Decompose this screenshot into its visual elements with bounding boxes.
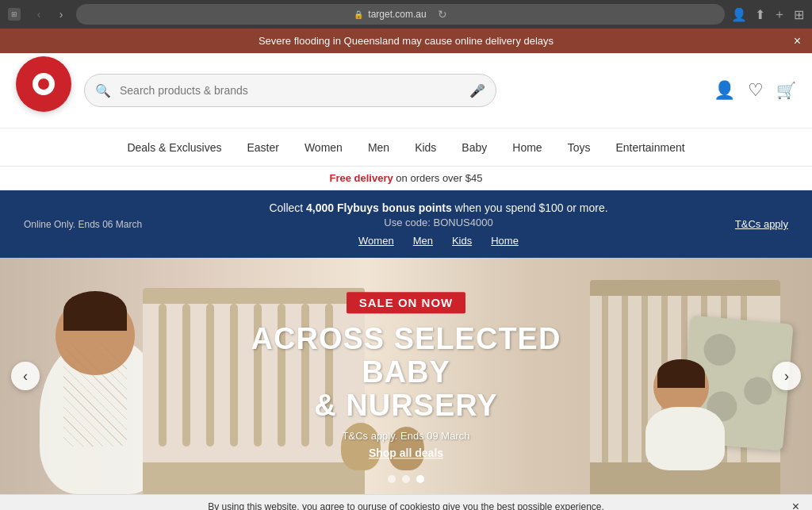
carousel-dot-1[interactable] <box>388 475 396 483</box>
flybuys-link-kids[interactable]: Kids <box>452 235 472 247</box>
baby-onesie-pattern <box>63 343 127 447</box>
nav-item-kids[interactable]: Kids <box>415 130 436 165</box>
flybuys-link-women[interactable]: Women <box>358 235 394 247</box>
hero-subtitle: T&Cs apply. Ends 09 March <box>203 431 609 443</box>
lock-icon: 🔒 <box>354 10 363 19</box>
logo[interactable] <box>16 56 71 112</box>
grid-icon[interactable]: ⊞ <box>794 7 804 22</box>
cart-icon[interactable]: 🛒 <box>776 81 796 100</box>
baby2-body <box>645 407 725 470</box>
nav-item-toys[interactable]: Toys <box>568 130 591 165</box>
reload-icon[interactable]: ↻ <box>438 8 447 21</box>
back-button[interactable]: ‹ <box>30 6 48 23</box>
carousel-dot-3[interactable] <box>416 475 424 483</box>
nav-item-women[interactable]: Women <box>304 130 343 165</box>
nav-item-men[interactable]: Men <box>368 130 389 165</box>
search-icon: 🔍 <box>95 83 111 98</box>
flybuys-date: Online Only. Ends 06 March <box>24 219 142 230</box>
search-input[interactable] <box>84 74 496 107</box>
window-tile[interactable]: ⊞ <box>8 8 21 21</box>
crib-base <box>143 462 365 494</box>
flybuys-left: Online Only. Ends 06 March <box>24 219 142 230</box>
browser-actions: 👤 ⬆ ＋ ⊞ <box>731 6 804 23</box>
new-tab-icon[interactable]: ＋ <box>773 6 786 23</box>
crib-slat-1 <box>159 304 167 447</box>
koala-2 <box>743 376 773 406</box>
account-browser-icon[interactable]: 👤 <box>731 7 747 22</box>
wishlist-icon[interactable]: ♡ <box>748 80 764 101</box>
flybuys-code: Use code: BONUS4000 <box>142 217 735 228</box>
carousel-dot-2[interactable] <box>402 475 410 483</box>
cookie-text: By using this website, you agree to our <box>208 501 371 510</box>
notification-close-button[interactable]: × <box>794 34 801 48</box>
crib-right-rail <box>590 280 780 296</box>
free-delivery-bar: Free delivery on orders over $45 <box>0 167 812 190</box>
browser-nav: ‹ › <box>30 6 70 23</box>
mic-icon[interactable]: 🎤 <box>469 83 485 98</box>
hero-cta[interactable]: Shop all deals <box>203 447 609 460</box>
nav-item-home[interactable]: Home <box>512 130 542 165</box>
nav-item-baby[interactable]: Baby <box>462 130 487 165</box>
flybuys-link-men[interactable]: Men <box>413 235 433 247</box>
flybuys-tc[interactable]: T&Cs apply <box>735 218 788 230</box>
address-bar[interactable]: 🔒 target.com.au ↻ <box>76 4 725 25</box>
account-icon[interactable]: 👤 <box>714 80 735 101</box>
search-bar: 🔍 🎤 <box>84 74 496 107</box>
browser-chrome: ⊞ ‹ › 🔒 target.com.au ↻ 👤 ⬆ ＋ ⊞ <box>0 0 812 29</box>
carousel-prev-button[interactable]: ‹ <box>11 362 40 390</box>
baby-right-area <box>638 359 733 470</box>
cookie-close-button[interactable]: × <box>792 500 799 510</box>
crib-slat-2 <box>182 304 190 447</box>
cookie-suffix: to give you the best possible experience… <box>432 501 604 510</box>
nav-item-deals[interactable]: Deals & Exclusives <box>127 130 221 165</box>
carousel-dots <box>388 475 424 483</box>
main-nav: Deals & Exclusives Easter Women Men Kids… <box>0 128 812 167</box>
cookie-link[interactable]: use of cookies <box>371 501 432 510</box>
free-delivery-suffix: on orders over $45 <box>393 172 483 184</box>
cookie-banner: By using this website, you agree to our … <box>0 494 812 510</box>
url-text: target.com.au <box>368 9 426 20</box>
hero-content: SALE ON NOW ACROSS SELECTED BABY & NURSE… <box>203 292 609 459</box>
site-header: 🔍 🎤 👤 ♡ 🛒 <box>0 53 812 128</box>
hero-title: ACROSS SELECTED BABY & NURSERY <box>203 323 609 422</box>
flybuys-link-home[interactable]: Home <box>491 235 519 247</box>
forward-button[interactable]: › <box>52 6 70 23</box>
free-delivery-text: Free delivery <box>330 172 393 184</box>
baby-hair <box>63 291 127 331</box>
header-icons: 👤 ♡ 🛒 <box>714 80 796 101</box>
window-controls: ⊞ <box>8 8 21 21</box>
flybuys-links: Women Men Kids Home <box>142 235 735 247</box>
baby2-hair <box>657 359 705 388</box>
share-icon[interactable]: ⬆ <box>755 7 765 22</box>
flybuys-center: Collect 4,000 Flybuys bonus points when … <box>142 201 735 247</box>
nav-item-entertainment[interactable]: Entertainment <box>615 130 684 165</box>
notification-text: Severe flooding in Queensland may cause … <box>259 35 553 47</box>
rcrib-slat-2 <box>622 296 628 462</box>
nav-item-easter[interactable]: Easter <box>247 130 278 165</box>
flybuys-main-text: Collect 4,000 Flybuys bonus points when … <box>142 201 735 214</box>
carousel-next-button[interactable]: › <box>772 362 801 390</box>
hero-banner: SALE ON NOW ACROSS SELECTED BABY & NURSE… <box>0 258 812 494</box>
notification-banner: Severe flooding in Queensland may cause … <box>0 29 812 53</box>
sale-badge: SALE ON NOW <box>347 292 466 313</box>
flybuys-banner: Online Only. Ends 06 March Collect 4,000… <box>0 190 812 258</box>
